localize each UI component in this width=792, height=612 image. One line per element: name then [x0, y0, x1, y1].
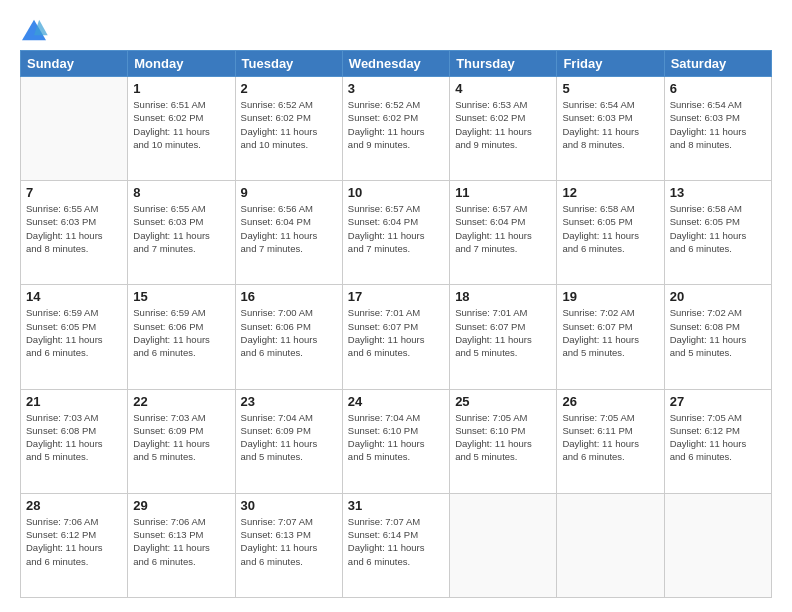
page: SundayMondayTuesdayWednesdayThursdayFrid…	[0, 0, 792, 612]
day-info: Sunrise: 6:58 AM Sunset: 6:05 PM Dayligh…	[562, 202, 658, 255]
calendar-cell	[21, 77, 128, 181]
calendar-cell: 29Sunrise: 7:06 AM Sunset: 6:13 PM Dayli…	[128, 493, 235, 597]
day-number: 3	[348, 81, 444, 96]
day-number: 15	[133, 289, 229, 304]
day-number: 18	[455, 289, 551, 304]
day-number: 25	[455, 394, 551, 409]
calendar-cell: 17Sunrise: 7:01 AM Sunset: 6:07 PM Dayli…	[342, 285, 449, 389]
day-number: 1	[133, 81, 229, 96]
weekday-header: Friday	[557, 51, 664, 77]
day-info: Sunrise: 7:07 AM Sunset: 6:14 PM Dayligh…	[348, 515, 444, 568]
day-info: Sunrise: 7:06 AM Sunset: 6:13 PM Dayligh…	[133, 515, 229, 568]
day-info: Sunrise: 7:02 AM Sunset: 6:07 PM Dayligh…	[562, 306, 658, 359]
calendar-cell: 30Sunrise: 7:07 AM Sunset: 6:13 PM Dayli…	[235, 493, 342, 597]
calendar-week-row: 7Sunrise: 6:55 AM Sunset: 6:03 PM Daylig…	[21, 181, 772, 285]
calendar-cell: 12Sunrise: 6:58 AM Sunset: 6:05 PM Dayli…	[557, 181, 664, 285]
calendar-cell: 21Sunrise: 7:03 AM Sunset: 6:08 PM Dayli…	[21, 389, 128, 493]
day-number: 8	[133, 185, 229, 200]
day-info: Sunrise: 7:02 AM Sunset: 6:08 PM Dayligh…	[670, 306, 766, 359]
day-number: 26	[562, 394, 658, 409]
calendar-cell: 9Sunrise: 6:56 AM Sunset: 6:04 PM Daylig…	[235, 181, 342, 285]
weekday-header: Saturday	[664, 51, 771, 77]
day-number: 17	[348, 289, 444, 304]
day-info: Sunrise: 6:53 AM Sunset: 6:02 PM Dayligh…	[455, 98, 551, 151]
day-info: Sunrise: 7:04 AM Sunset: 6:09 PM Dayligh…	[241, 411, 337, 464]
logo-icon	[20, 18, 48, 42]
day-number: 7	[26, 185, 122, 200]
day-info: Sunrise: 6:58 AM Sunset: 6:05 PM Dayligh…	[670, 202, 766, 255]
day-info: Sunrise: 6:54 AM Sunset: 6:03 PM Dayligh…	[562, 98, 658, 151]
calendar-cell: 4Sunrise: 6:53 AM Sunset: 6:02 PM Daylig…	[450, 77, 557, 181]
day-info: Sunrise: 6:57 AM Sunset: 6:04 PM Dayligh…	[455, 202, 551, 255]
day-info: Sunrise: 6:59 AM Sunset: 6:06 PM Dayligh…	[133, 306, 229, 359]
day-info: Sunrise: 6:55 AM Sunset: 6:03 PM Dayligh…	[26, 202, 122, 255]
day-info: Sunrise: 7:03 AM Sunset: 6:09 PM Dayligh…	[133, 411, 229, 464]
weekday-header: Monday	[128, 51, 235, 77]
calendar-cell: 3Sunrise: 6:52 AM Sunset: 6:02 PM Daylig…	[342, 77, 449, 181]
day-number: 22	[133, 394, 229, 409]
day-info: Sunrise: 6:56 AM Sunset: 6:04 PM Dayligh…	[241, 202, 337, 255]
calendar-cell: 24Sunrise: 7:04 AM Sunset: 6:10 PM Dayli…	[342, 389, 449, 493]
day-info: Sunrise: 7:07 AM Sunset: 6:13 PM Dayligh…	[241, 515, 337, 568]
day-number: 28	[26, 498, 122, 513]
calendar-cell: 18Sunrise: 7:01 AM Sunset: 6:07 PM Dayli…	[450, 285, 557, 389]
calendar-cell	[664, 493, 771, 597]
calendar-cell: 15Sunrise: 6:59 AM Sunset: 6:06 PM Dayli…	[128, 285, 235, 389]
day-number: 13	[670, 185, 766, 200]
day-number: 2	[241, 81, 337, 96]
day-number: 12	[562, 185, 658, 200]
day-info: Sunrise: 7:05 AM Sunset: 6:12 PM Dayligh…	[670, 411, 766, 464]
calendar-cell: 27Sunrise: 7:05 AM Sunset: 6:12 PM Dayli…	[664, 389, 771, 493]
calendar-cell: 31Sunrise: 7:07 AM Sunset: 6:14 PM Dayli…	[342, 493, 449, 597]
calendar-cell: 14Sunrise: 6:59 AM Sunset: 6:05 PM Dayli…	[21, 285, 128, 389]
day-number: 24	[348, 394, 444, 409]
calendar-week-row: 28Sunrise: 7:06 AM Sunset: 6:12 PM Dayli…	[21, 493, 772, 597]
calendar-cell: 20Sunrise: 7:02 AM Sunset: 6:08 PM Dayli…	[664, 285, 771, 389]
day-info: Sunrise: 6:52 AM Sunset: 6:02 PM Dayligh…	[241, 98, 337, 151]
day-info: Sunrise: 6:57 AM Sunset: 6:04 PM Dayligh…	[348, 202, 444, 255]
day-info: Sunrise: 7:01 AM Sunset: 6:07 PM Dayligh…	[348, 306, 444, 359]
calendar-week-row: 21Sunrise: 7:03 AM Sunset: 6:08 PM Dayli…	[21, 389, 772, 493]
header-row: SundayMondayTuesdayWednesdayThursdayFrid…	[21, 51, 772, 77]
day-info: Sunrise: 6:54 AM Sunset: 6:03 PM Dayligh…	[670, 98, 766, 151]
day-number: 23	[241, 394, 337, 409]
weekday-header: Thursday	[450, 51, 557, 77]
calendar-cell: 23Sunrise: 7:04 AM Sunset: 6:09 PM Dayli…	[235, 389, 342, 493]
calendar-cell	[557, 493, 664, 597]
day-info: Sunrise: 7:04 AM Sunset: 6:10 PM Dayligh…	[348, 411, 444, 464]
calendar-table: SundayMondayTuesdayWednesdayThursdayFrid…	[20, 50, 772, 598]
calendar-week-row: 14Sunrise: 6:59 AM Sunset: 6:05 PM Dayli…	[21, 285, 772, 389]
day-number: 6	[670, 81, 766, 96]
weekday-header: Sunday	[21, 51, 128, 77]
day-info: Sunrise: 7:05 AM Sunset: 6:10 PM Dayligh…	[455, 411, 551, 464]
day-info: Sunrise: 6:52 AM Sunset: 6:02 PM Dayligh…	[348, 98, 444, 151]
day-info: Sunrise: 6:55 AM Sunset: 6:03 PM Dayligh…	[133, 202, 229, 255]
calendar-cell: 26Sunrise: 7:05 AM Sunset: 6:11 PM Dayli…	[557, 389, 664, 493]
day-number: 27	[670, 394, 766, 409]
day-info: Sunrise: 7:03 AM Sunset: 6:08 PM Dayligh…	[26, 411, 122, 464]
calendar-cell	[450, 493, 557, 597]
weekday-header: Wednesday	[342, 51, 449, 77]
calendar-cell: 25Sunrise: 7:05 AM Sunset: 6:10 PM Dayli…	[450, 389, 557, 493]
day-number: 21	[26, 394, 122, 409]
calendar-cell: 2Sunrise: 6:52 AM Sunset: 6:02 PM Daylig…	[235, 77, 342, 181]
day-info: Sunrise: 7:06 AM Sunset: 6:12 PM Dayligh…	[26, 515, 122, 568]
day-number: 19	[562, 289, 658, 304]
day-number: 9	[241, 185, 337, 200]
day-info: Sunrise: 6:51 AM Sunset: 6:02 PM Dayligh…	[133, 98, 229, 151]
day-info: Sunrise: 7:00 AM Sunset: 6:06 PM Dayligh…	[241, 306, 337, 359]
day-number: 16	[241, 289, 337, 304]
calendar-cell: 19Sunrise: 7:02 AM Sunset: 6:07 PM Dayli…	[557, 285, 664, 389]
day-number: 5	[562, 81, 658, 96]
weekday-header: Tuesday	[235, 51, 342, 77]
header	[20, 18, 772, 42]
calendar-cell: 10Sunrise: 6:57 AM Sunset: 6:04 PM Dayli…	[342, 181, 449, 285]
day-number: 31	[348, 498, 444, 513]
calendar-cell: 28Sunrise: 7:06 AM Sunset: 6:12 PM Dayli…	[21, 493, 128, 597]
day-number: 10	[348, 185, 444, 200]
day-number: 11	[455, 185, 551, 200]
calendar-cell: 22Sunrise: 7:03 AM Sunset: 6:09 PM Dayli…	[128, 389, 235, 493]
calendar-week-row: 1Sunrise: 6:51 AM Sunset: 6:02 PM Daylig…	[21, 77, 772, 181]
day-number: 30	[241, 498, 337, 513]
calendar-cell: 11Sunrise: 6:57 AM Sunset: 6:04 PM Dayli…	[450, 181, 557, 285]
